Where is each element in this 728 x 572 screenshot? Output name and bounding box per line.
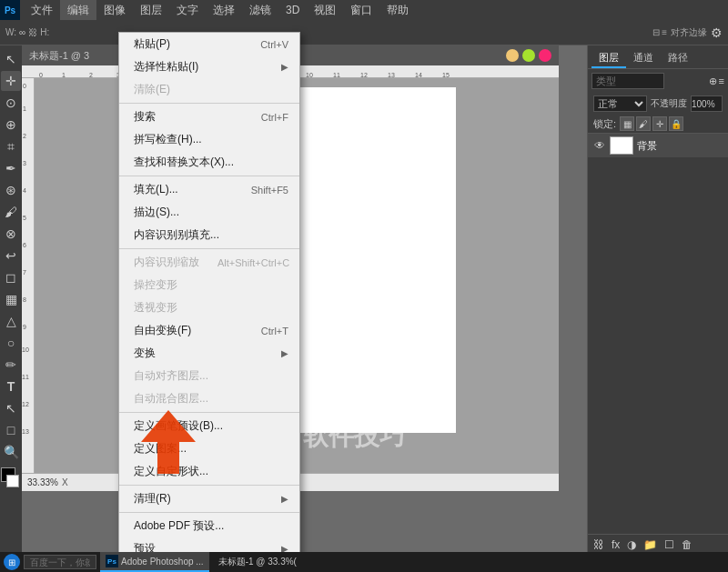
opacity-input[interactable] (691, 95, 723, 112)
eyedropper-tool[interactable]: ✒ (1, 158, 21, 178)
menu-purge-label: 清理(R) (134, 491, 171, 507)
lock-icons: ▦ 🖌 ✛ 🔒 (620, 116, 683, 131)
layer-visibility-icon[interactable]: 👁 (593, 139, 606, 152)
panel-icons: ⊕ ≡ (709, 75, 724, 87)
menu-auto-align: 自动对齐图层... (119, 365, 299, 387)
lock-image-btn[interactable]: 🖌 (636, 116, 651, 131)
new-layer-btn[interactable]: ☐ (662, 538, 676, 551)
taskbar-ps-label: Adobe Photoshop ... (121, 557, 204, 567)
menu-define-shape-label: 定义自定形状... (134, 464, 208, 479)
menubar-file[interactable]: 文件 (24, 0, 60, 20)
eraser-tool[interactable]: ◻ (1, 267, 21, 287)
link-layers-btn[interactable]: ⛓ (592, 538, 606, 551)
clone-tool[interactable]: ⊗ (1, 224, 21, 244)
lock-position-btn[interactable]: ✛ (652, 116, 667, 131)
minimize-btn[interactable] (506, 49, 519, 62)
doc-window-controls (506, 49, 551, 62)
menu-define-pattern-label: 定义图案... (134, 441, 187, 457)
maximize-btn[interactable] (522, 49, 535, 62)
menu-transform-arrow: ▶ (281, 348, 288, 358)
quick-select-tool[interactable]: ⊕ (1, 115, 21, 135)
path-select-tool[interactable]: ↖ (1, 398, 21, 418)
menu-adobe-pdf[interactable]: Adobe PDF 预设... (119, 515, 299, 537)
brush-tool[interactable]: 🖌 (1, 202, 21, 222)
menu-content-aware-fill[interactable]: 内容识别别填充... (119, 224, 299, 246)
menubar-view[interactable]: 视图 (307, 0, 343, 20)
crop-tool[interactable]: ⌗ (1, 136, 21, 156)
watermark-text: 软件技巧 (303, 419, 405, 454)
menu-purge[interactable]: 清理(R) ▶ (119, 487, 299, 510)
layer-name-label: 背景 (637, 139, 657, 153)
menubar-select[interactable]: 选择 (206, 0, 242, 20)
ps-app-icon: Ps (0, 0, 20, 20)
taskbar-start-btn[interactable]: ⊞ (4, 554, 20, 570)
menu-stroke[interactable]: 描边(S)... (119, 201, 299, 224)
new-group-btn[interactable]: 📁 (642, 538, 659, 551)
tab-layers[interactable]: 图层 (592, 49, 626, 68)
blur-tool[interactable]: △ (1, 311, 21, 331)
settings-icon[interactable]: ⚙ (711, 25, 723, 40)
menubar-text[interactable]: 文字 (169, 0, 206, 20)
menu-spell-check[interactable]: 拼写检查(H)... (119, 128, 299, 151)
menu-clear: 清除(E) (119, 78, 299, 101)
dodge-tool[interactable]: ○ (1, 333, 21, 353)
zoom-tool[interactable]: 🔍 (1, 442, 21, 462)
menu-content-aware-scale-shortcut: Alt+Shift+Ctrl+C (217, 257, 289, 268)
menu-define-brush[interactable]: 定义画笔预设(B)... (119, 415, 299, 437)
taskbar-ps-item[interactable]: Ps Adobe Photoshop ... (100, 552, 209, 572)
menu-sep-1 (119, 103, 299, 104)
right-panel: 图层 通道 路径 ⊕ ≡ 正常 不透明度 锁定: ▦ 🖌 ✛ 🔒 👁 背景 ⛓ … (587, 45, 728, 554)
menubar-edit[interactable]: 编辑 (60, 0, 96, 20)
add-mask-btn[interactable]: ◑ (625, 538, 638, 551)
menu-content-aware-fill-label: 内容识别别填充... (134, 227, 219, 243)
lock-transparent-btn[interactable]: ▦ (620, 116, 634, 131)
menu-find-replace-label: 查找和替换文本(X)... (134, 155, 234, 170)
menubar-3d[interactable]: 3D (278, 0, 307, 20)
type-tool[interactable]: T (1, 376, 21, 396)
menubar-layer[interactable]: 图层 (133, 0, 169, 20)
add-style-btn[interactable]: fx (610, 538, 622, 551)
menu-define-shape[interactable]: 定义自定形状... (119, 460, 299, 483)
taskbar-doc-item[interactable]: 未标题-1 @ 33.3%( (213, 552, 302, 572)
menu-search-shortcut: Ctrl+F (261, 112, 288, 123)
shape-tool[interactable]: □ (1, 420, 21, 440)
menubar-help[interactable]: 帮助 (379, 0, 416, 20)
pen-tool[interactable]: ✏ (1, 355, 21, 375)
move-tool[interactable]: ✛ (1, 71, 21, 91)
history-brush-tool[interactable]: ↩ (1, 246, 21, 266)
menu-fill[interactable]: 填充(L)... Shift+F5 (119, 178, 299, 201)
menubar-filter[interactable]: 滤镜 (242, 0, 278, 20)
lock-all-btn[interactable]: 🔒 (669, 116, 683, 131)
menu-find-replace[interactable]: 查找和替换文本(X)... (119, 151, 299, 174)
close-btn[interactable] (539, 49, 551, 62)
taskbar-search-input[interactable] (24, 555, 96, 569)
distribute-icon: ≡ (662, 27, 667, 37)
lasso-tool[interactable]: ⊙ (1, 93, 21, 113)
tab-channels[interactable]: 通道 (626, 49, 661, 68)
menu-define-pattern[interactable]: 定义图案... (119, 437, 299, 460)
zoom-level: 33.33% (27, 477, 58, 487)
layer-type-search[interactable] (592, 73, 664, 89)
menu-paste[interactable]: 粘贴(P) Ctrl+V (119, 33, 299, 55)
blend-mode-select[interactable]: 正常 (593, 95, 647, 112)
menu-transform[interactable]: 变换 ▶ (119, 342, 299, 365)
tab-paths[interactable]: 路径 (661, 49, 695, 68)
selection-tool[interactable]: ↖ (1, 49, 21, 69)
menu-puppet-warp: 操控变形 (119, 274, 299, 296)
menubar-window[interactable]: 窗口 (343, 0, 379, 20)
menu-search[interactable]: 搜索 Ctrl+F (119, 105, 299, 128)
menu-free-transform[interactable]: 自由变换(F) Ctrl+T (119, 319, 299, 342)
menu-spell-check-label: 拼写检查(H)... (134, 132, 202, 147)
menu-paste-special[interactable]: 选择性粘贴(I) ▶ (119, 55, 299, 78)
menu-free-transform-label: 自由变换(F) (134, 323, 191, 338)
healing-tool[interactable]: ⊛ (1, 180, 21, 200)
layer-item-background[interactable]: 👁 背景 (588, 133, 728, 157)
panel-tabs: 图层 通道 路径 (588, 45, 728, 69)
menu-paste-special-label: 选择性粘贴(I) (134, 59, 198, 75)
delete-layer-btn[interactable]: 🗑 (680, 538, 694, 551)
menu-sep-2 (119, 176, 299, 176)
gradient-tool[interactable]: ▦ (1, 289, 21, 309)
menubar-image[interactable]: 图像 (96, 0, 133, 20)
background-color[interactable] (6, 475, 19, 487)
menu-perspective-warp-label: 透视变形 (134, 300, 177, 316)
